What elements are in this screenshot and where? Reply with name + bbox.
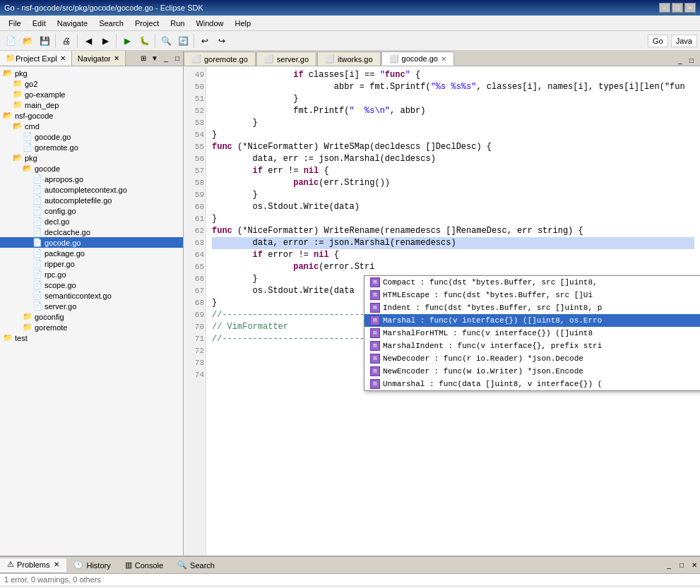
tree-item-goconfig[interactable]: 📁goconfig <box>0 311 183 322</box>
tree-label: gocode.go <box>35 133 71 141</box>
line-number: 72 <box>185 345 204 357</box>
line-number: 68 <box>185 297 204 309</box>
tree-item-nsf-gocode[interactable]: 📂nsf-gocode <box>0 110 183 121</box>
left-panel: 📁 Project Expl ✕ Navigator ✕ ⊞ ▼ _ □ 📂pk… <box>0 51 184 556</box>
save-button[interactable]: 💾 <box>37 33 52 49</box>
ac-item-htmlescape[interactable]: m HTMLEscape : func(dst *bytes.Buffer, s… <box>364 289 700 301</box>
project-explorer-tab[interactable]: 📁 Project Expl ✕ <box>0 51 72 66</box>
close-button[interactable]: × <box>684 3 696 13</box>
collapse-all-button[interactable]: ⊞ <box>138 53 149 64</box>
tab-server[interactable]: ⬜ server.go <box>256 52 316 66</box>
go-label: Go <box>648 35 668 47</box>
tab-itworks[interactable]: ⬜ itworks.go <box>317 52 381 66</box>
menu-help[interactable]: Help <box>230 18 257 29</box>
search-toolbar-button[interactable]: 🔍 <box>158 33 174 49</box>
line-numbers: 4950515253545556575859606162636465666768… <box>184 66 206 556</box>
menu-edit[interactable]: Edit <box>27 18 52 29</box>
undo-button[interactable]: ↩ <box>197 33 213 49</box>
tree-item-gocode-go[interactable]: 📄gocode.go <box>0 131 183 142</box>
navigator-tab[interactable]: Navigator ✕ <box>72 51 126 66</box>
bottom-maximize-button[interactable]: □ <box>676 560 687 571</box>
search-label: Search <box>190 561 215 570</box>
close-tab-icon[interactable]: ✕ <box>441 55 446 63</box>
tree-item-main_dep[interactable]: 📁main_dep <box>0 100 183 110</box>
tree-label: go-example <box>25 90 65 99</box>
tree-item-scope-go[interactable]: 📄scope.go <box>0 280 183 290</box>
minimize-button[interactable]: − <box>659 3 670 13</box>
forward-button[interactable]: ▶ <box>97 33 113 49</box>
tree-item-config-go[interactable]: 📄config.go <box>0 205 183 216</box>
tree-item-go-example[interactable]: 📁go-example <box>0 89 183 100</box>
ac-item-newdecoder[interactable]: m NewDecoder : func(r io.Reader) *json.D… <box>364 352 700 365</box>
tree-item-pkg[interactable]: 📂pkg <box>0 152 183 163</box>
editor-content[interactable]: 4950515253545556575859606162636465666768… <box>184 66 700 556</box>
ac-item-indent[interactable]: m Indent : func(dst *bytes.Buffer, src [… <box>364 301 700 314</box>
menu-file[interactable]: File <box>3 18 27 29</box>
refresh-button[interactable]: 🔄 <box>175 33 191 49</box>
code-line: } <box>212 189 694 201</box>
tree-item-test[interactable]: 📁test <box>0 332 183 343</box>
bottom-close-button[interactable]: ✕ <box>689 560 700 571</box>
ac-item-marshal[interactable]: m Marshal : func(v interface{}) ([]uint8… <box>364 314 700 327</box>
maximize-panel-button[interactable]: □ <box>172 53 183 64</box>
tab-problems[interactable]: ⚠ Problems ✕ <box>0 558 66 572</box>
tab-goremote[interactable]: ⬜ goremote.go <box>184 52 256 66</box>
ac-item-unmarshal[interactable]: m Unmarshal : func(data []uint8, v inter… <box>364 378 700 390</box>
menu-project[interactable]: Project <box>129 18 165 29</box>
tree-item-ripper-go[interactable]: 📄ripper.go <box>0 258 183 269</box>
ac-item-marshalforhtml[interactable]: m MarshalForHTML : func(v interface{}) (… <box>364 327 700 340</box>
tree-item-autocompletecontext-go[interactable]: 📄autocompletecontext.go <box>0 184 183 195</box>
tree-item-apropos-go[interactable]: 📄apropos.go <box>0 174 183 184</box>
panel-menu-button[interactable]: ▼ <box>149 53 160 64</box>
close-navigator-tab[interactable]: ✕ <box>114 54 119 62</box>
tree-item-semanticcontext-go[interactable]: 📄semanticcontext.go <box>0 290 183 301</box>
debug-button[interactable]: 🐛 <box>136 33 152 49</box>
tree-item-declcache-go[interactable]: 📄declcache.go <box>0 227 183 237</box>
open-button[interactable]: 📂 <box>20 33 35 49</box>
ac-label-3: Indent : func(dst *bytes.Buffer, src []u… <box>383 304 602 312</box>
tree-item-gocode-go[interactable]: 📄gocode.go <box>0 237 183 248</box>
title-controls[interactable]: − □ × <box>659 3 696 13</box>
tree-item-rpc-go[interactable]: 📄rpc.go <box>0 269 183 280</box>
ac-item-marshalindent[interactable]: m MarshalIndent : func(v interface{}, pr… <box>364 340 700 352</box>
tab-gocode[interactable]: ⬜ gocode.go ✕ <box>381 52 454 66</box>
ac-icon-4: m <box>370 316 380 325</box>
tree-item-decl-go[interactable]: 📄decl.go <box>0 216 183 227</box>
ac-item-newencoder[interactable]: m NewEncoder : func(w io.Writer) *json.E… <box>364 365 700 378</box>
menu-navigate[interactable]: Navigate <box>52 18 93 29</box>
menu-search[interactable]: Search <box>93 18 129 29</box>
tree-item-autocompletefile-go[interactable]: 📄autocompletefile.go <box>0 195 183 205</box>
editor-maximize-button[interactable]: □ <box>686 54 697 66</box>
tree-item-package-go[interactable]: 📄package.go <box>0 248 183 258</box>
problems-icon: ⚠ <box>7 560 14 569</box>
tree-item-server-go[interactable]: 📄server.go <box>0 301 183 311</box>
menu-run[interactable]: Run <box>165 18 190 29</box>
redo-button[interactable]: ↪ <box>214 33 230 49</box>
tab-history[interactable]: 🕐 History <box>66 559 117 571</box>
autocomplete-popup[interactable]: m Compact : func(dst *bytes.Buffer, src … <box>364 275 700 391</box>
minimize-panel-button[interactable]: _ <box>160 53 172 64</box>
tab-search[interactable]: 🔍 Search <box>170 559 222 571</box>
ac-item-compact[interactable]: m Compact : func(dst *bytes.Buffer, src … <box>364 276 700 289</box>
run-button[interactable]: ▶ <box>119 33 135 49</box>
tree-item-goremote-go[interactable]: 📄goremote.go <box>0 142 183 152</box>
tree-icon: 📁 <box>23 312 32 321</box>
print-button[interactable]: 🖨 <box>59 33 74 49</box>
maximize-button[interactable]: □ <box>672 3 683 13</box>
tab-console[interactable]: ▥ Console <box>118 559 170 571</box>
problems-summary: 1 error, 0 warnings, 0 others <box>0 574 700 586</box>
tree-item-go2[interactable]: 📁go2 <box>0 78 183 89</box>
tree-item-gocode[interactable]: 📂gocode <box>0 163 183 174</box>
menu-window[interactable]: Window <box>190 18 229 29</box>
new-button[interactable]: 📄 <box>3 33 18 49</box>
tree-item-cmd[interactable]: 📂cmd <box>0 121 183 131</box>
close-project-tab[interactable]: ✕ <box>60 54 66 62</box>
code-line: os.Stdout.Write(data) <box>212 201 694 213</box>
tree-item-pkg[interactable]: 📂pkg <box>0 68 183 78</box>
bottom-minimize-button[interactable]: _ <box>663 560 675 571</box>
tree-item-goremote[interactable]: 📁goremote <box>0 322 183 332</box>
close-problems-tab[interactable]: ✕ <box>54 560 59 568</box>
back-button[interactable]: ◀ <box>81 33 96 49</box>
navigator-label: Navigator <box>78 54 111 63</box>
editor-minimize-button[interactable]: _ <box>675 54 686 66</box>
